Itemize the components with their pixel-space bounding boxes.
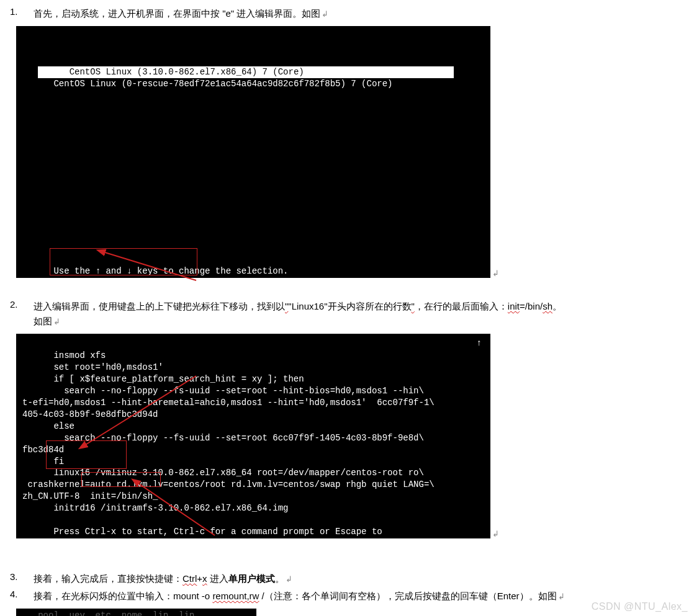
step-1-text: 首先，启动系统，进入开机界面，在界面中按 "e" 进入编辑界面。如图 — [34, 8, 320, 19]
l: fbc3d84d — [22, 445, 64, 455]
step-4: 4. 接着，在光标闪烁的位置中输入：mount -o remount,rw /（… — [5, 589, 689, 604]
t: 。 — [552, 301, 562, 311]
l: crashkernel=auto rd.lvm.lv=centos/root r… — [22, 480, 435, 489]
t: ，在行的最后面输入： — [415, 301, 508, 311]
l: fi — [22, 457, 64, 466]
t-bold: 单用户模式 — [228, 573, 275, 584]
t: 开头内容所在的行数 — [328, 301, 412, 311]
grub-entry-selected: CentOS Linux (3.10.0-862.el7.x86_64) 7 (… — [38, 66, 454, 78]
screenshot-2-wrap: ↑ insmod xfs set root='hd0,msdos1' if [ … — [16, 334, 490, 538]
sq: x — [202, 573, 207, 584]
t: /（注意：各个单词间有空格），完成后按键盘的回车键（Enter）。如图 — [259, 591, 556, 601]
l: Press Ctrl-x to start, Ctrl-c for a comm… — [22, 527, 382, 537]
l: initrd16 /initramfs-3.10.0-862.el7.x86_6… — [22, 503, 288, 513]
t: =/bin/ — [520, 301, 543, 311]
grub-line-2: CentOS Linux (0-rescue-78edf72e1ac54a64a… — [53, 79, 392, 89]
sq: Ctrl — [183, 573, 197, 584]
sq: remount,rw — [212, 591, 259, 601]
screenshot-1-wrap: CentOS Linux (3.10.0-862.el7.x86_64) 7 (… — [16, 26, 490, 278]
pad — [22, 278, 53, 288]
step-text: 首先，启动系统，进入开机界面，在界面中按 "e" 进入编辑界面。如图↲ — [34, 6, 689, 21]
l: linux16 /vmlinuz-3.10.0-862.el7.x86_64 r… — [22, 468, 424, 478]
step-text: 接着，在光标闪烁的位置中输入：mount -o remount,rw /（注意：… — [34, 589, 689, 604]
screenshot-2: ↑ insmod xfs set root='hd0,msdos1' if [ … — [16, 334, 490, 538]
step-number: 1. — [5, 6, 34, 17]
t: 进入 — [207, 573, 228, 584]
watermark: CSDN @NTU_Alex_ — [592, 601, 688, 612]
t: 进入编辑界面，使用键盘上的上下键把光标往下移动，找到以 — [34, 301, 285, 311]
return-mark: ↲ — [286, 574, 292, 584]
step-3: 3. 接着，输入完成后，直接按快捷键：Ctrl+x 进入单用户模式。↲ — [5, 571, 689, 586]
sq: init — [508, 301, 520, 311]
l: if [ x$feature_platform_search_hint = xy… — [22, 374, 304, 384]
grub-line-1: CentOS Linux (3.10.0-862.el7.x86_64) 7 (… — [70, 67, 304, 77]
return-mark: ↲ — [53, 317, 60, 326]
l: search --no-floppy --fs-uuid --set=root … — [22, 386, 424, 396]
l: discard edits and return to the menu. Pr… — [22, 538, 346, 548]
sq: sh — [543, 301, 552, 311]
l: possible completions. — [22, 550, 163, 560]
l: else — [22, 421, 74, 431]
return-mark: ↲ — [492, 269, 499, 278]
l: set root='hd0,msdos1' — [22, 362, 163, 372]
t: 。 — [275, 573, 284, 584]
return-mark: ↲ — [558, 592, 565, 601]
l: search --no-floppy --fs-uuid --set=root … — [22, 433, 424, 443]
step-1: 1. 首先，启动系统，进入开机界面，在界面中按 "e" 进入编辑界面。如图↲ — [5, 6, 689, 21]
step-2: 2. 进入编辑界面，使用键盘上的上下键把光标往下移动，找到以""Linux16"… — [5, 299, 689, 329]
grub-hint-2: Press 'e' to edit the selected item, or … — [53, 278, 392, 288]
pad — [22, 79, 53, 89]
blank — [22, 55, 27, 65]
return-mark: ↲ — [492, 529, 499, 538]
scroll-up-icon: ↑ — [477, 337, 482, 349]
t: "Linux16" — [288, 301, 327, 311]
l: insmod xfs — [22, 350, 106, 360]
screenshot-3-wrap: pool uev etc nome lip lip sh-4.2# mount … — [16, 609, 256, 616]
pad — [38, 67, 69, 77]
step-text: 接着，输入完成后，直接按快捷键：Ctrl+x 进入单用户模式。↲ — [34, 571, 689, 586]
return-mark: ↲ — [322, 9, 328, 19]
l: t-efi=hd0,msdos1 --hint-baremetal=ahci0,… — [22, 398, 435, 408]
t: 接着，在光标闪烁的位置中输入：mount -o — [34, 591, 212, 601]
t: 如图 — [34, 316, 52, 326]
l: 405-4c03-8b9f-9e8dfbc3d94d — [22, 409, 158, 419]
step-text: 进入编辑界面，使用键盘上的上下键把光标往下移动，找到以""Linux16"开头内… — [34, 299, 689, 329]
blank — [22, 43, 27, 53]
pad — [22, 266, 53, 276]
l: pool uev etc nome lip lip — [22, 610, 194, 616]
screenshot-3: pool uev etc nome lip lip sh-4.2# mount … — [16, 609, 256, 616]
t: + — [197, 573, 202, 584]
screenshot-1: CentOS Linux (3.10.0-862.el7.x86_64) 7 (… — [16, 26, 490, 278]
t: 接着，输入完成后，直接按快捷键： — [34, 573, 183, 584]
grub-hint-1: Use the ↑ and ↓ keys to change the selec… — [53, 266, 288, 276]
l: zh_CN.UTF-8 init=/bin/sh_ — [22, 491, 158, 501]
step-number: 4. — [5, 589, 34, 599]
